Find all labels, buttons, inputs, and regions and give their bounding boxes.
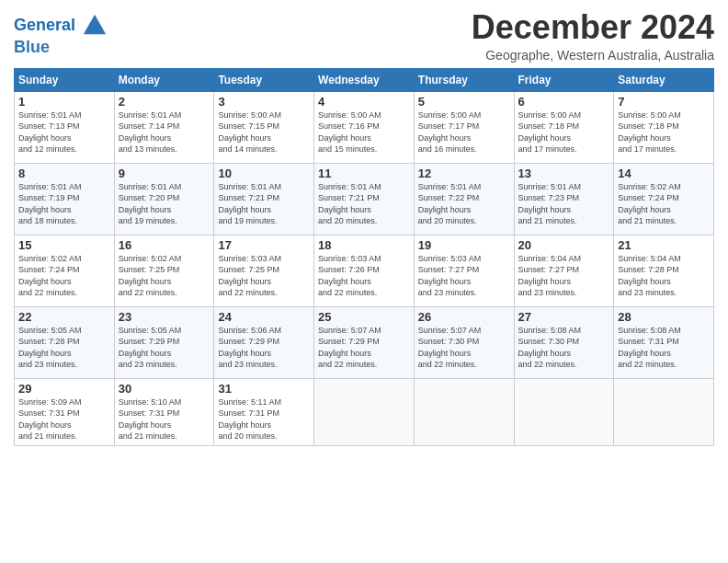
page-container: General Blue December 2024 Geographe, We…	[0, 0, 728, 451]
day-number: 8	[18, 167, 110, 180]
day-detail: Sunrise: 5:00 AM Sunset: 7:16 PM Dayligh…	[318, 109, 410, 155]
calendar-week-row: 29 Sunrise: 5:09 AM Sunset: 7:31 PM Dayl…	[15, 378, 714, 445]
header-friday: Friday	[514, 68, 614, 91]
header-thursday: Thursday	[414, 68, 514, 91]
day-number: 15	[18, 238, 110, 252]
day-detail: Sunrise: 5:00 AM Sunset: 7:15 PM Dayligh…	[218, 109, 310, 155]
day-number: 30	[119, 382, 210, 396]
logo: General Blue	[14, 13, 108, 57]
svg-marker-0	[84, 15, 106, 34]
day-detail: Sunrise: 5:11 AM Sunset: 7:31 PM Dayligh…	[218, 396, 310, 442]
calendar-cell: 24 Sunrise: 5:06 AM Sunset: 7:29 PM Dayl…	[214, 306, 314, 378]
header-monday: Monday	[114, 68, 214, 91]
day-detail: Sunrise: 5:01 AM Sunset: 7:13 PM Dayligh…	[18, 109, 110, 155]
day-detail: Sunrise: 5:00 AM Sunset: 7:18 PM Dayligh…	[518, 109, 610, 155]
day-number: 24	[218, 310, 310, 324]
calendar-week-row: 8 Sunrise: 5:01 AM Sunset: 7:19 PM Dayli…	[15, 163, 714, 235]
day-number: 28	[618, 310, 710, 324]
day-detail: Sunrise: 5:01 AM Sunset: 7:23 PM Dayligh…	[518, 181, 610, 227]
day-detail: Sunrise: 5:01 AM Sunset: 7:22 PM Dayligh…	[418, 181, 510, 227]
calendar-cell: 28 Sunrise: 5:08 AM Sunset: 7:31 PM Dayl…	[614, 306, 714, 378]
day-number: 25	[318, 310, 410, 324]
header-wednesday: Wednesday	[314, 68, 415, 91]
day-detail: Sunrise: 5:01 AM Sunset: 7:21 PM Dayligh…	[318, 181, 410, 227]
day-detail: Sunrise: 5:07 AM Sunset: 7:30 PM Dayligh…	[418, 325, 510, 371]
day-detail: Sunrise: 5:03 AM Sunset: 7:26 PM Dayligh…	[318, 253, 410, 299]
day-detail: Sunrise: 5:01 AM Sunset: 7:19 PM Dayligh…	[18, 181, 110, 227]
day-detail: Sunrise: 5:00 AM Sunset: 7:18 PM Dayligh…	[618, 109, 710, 155]
calendar-cell: 31 Sunrise: 5:11 AM Sunset: 7:31 PM Dayl…	[214, 378, 314, 445]
calendar-cell: 6 Sunrise: 5:00 AM Sunset: 7:18 PM Dayli…	[514, 91, 614, 163]
header-sunday: Sunday	[15, 68, 115, 91]
day-detail: Sunrise: 5:09 AM Sunset: 7:31 PM Dayligh…	[18, 396, 110, 442]
day-detail: Sunrise: 5:04 AM Sunset: 7:28 PM Dayligh…	[618, 253, 710, 299]
day-number: 18	[318, 238, 410, 252]
day-number: 4	[318, 95, 410, 109]
day-number: 26	[418, 310, 510, 324]
calendar-cell: 5 Sunrise: 5:00 AM Sunset: 7:17 PM Dayli…	[414, 91, 514, 163]
day-number: 20	[518, 238, 610, 252]
logo-second-line: Blue	[14, 39, 108, 57]
header: General Blue December 2024 Geographe, We…	[14, 9, 714, 63]
calendar-cell: 20 Sunrise: 5:04 AM Sunset: 7:27 PM Dayl…	[514, 235, 614, 306]
calendar-cell: 1 Sunrise: 5:01 AM Sunset: 7:13 PM Dayli…	[15, 91, 115, 163]
calendar-cell: 19 Sunrise: 5:03 AM Sunset: 7:27 PM Dayl…	[414, 235, 514, 306]
day-detail: Sunrise: 5:05 AM Sunset: 7:28 PM Dayligh…	[18, 325, 110, 371]
calendar-table: Sunday Monday Tuesday Wednesday Thursday…	[14, 68, 714, 446]
day-detail: Sunrise: 5:07 AM Sunset: 7:29 PM Dayligh…	[318, 325, 410, 371]
day-number: 12	[418, 167, 510, 180]
calendar-cell: 9 Sunrise: 5:01 AM Sunset: 7:20 PM Dayli…	[114, 163, 214, 235]
calendar-cell: 16 Sunrise: 5:02 AM Sunset: 7:25 PM Dayl…	[114, 235, 214, 306]
day-number: 22	[18, 310, 110, 324]
calendar-cell	[414, 378, 514, 445]
day-detail: Sunrise: 5:01 AM Sunset: 7:20 PM Dayligh…	[119, 181, 210, 227]
calendar-cell: 25 Sunrise: 5:07 AM Sunset: 7:29 PM Dayl…	[314, 306, 415, 378]
calendar-cell: 27 Sunrise: 5:08 AM Sunset: 7:30 PM Dayl…	[514, 306, 614, 378]
day-number: 21	[618, 238, 710, 252]
day-number: 27	[518, 310, 610, 324]
calendar-week-row: 22 Sunrise: 5:05 AM Sunset: 7:28 PM Dayl…	[15, 306, 714, 378]
day-number: 29	[18, 382, 110, 396]
day-detail: Sunrise: 5:01 AM Sunset: 7:21 PM Dayligh…	[218, 181, 310, 227]
calendar-cell	[314, 378, 415, 445]
day-detail: Sunrise: 5:05 AM Sunset: 7:29 PM Dayligh…	[119, 325, 210, 371]
day-detail: Sunrise: 5:06 AM Sunset: 7:29 PM Dayligh…	[218, 325, 310, 371]
day-detail: Sunrise: 5:08 AM Sunset: 7:30 PM Dayligh…	[518, 325, 610, 371]
logo-text: General	[14, 13, 108, 39]
header-tuesday: Tuesday	[214, 68, 314, 91]
calendar-cell: 21 Sunrise: 5:04 AM Sunset: 7:28 PM Dayl…	[614, 235, 714, 306]
subtitle: Geographe, Western Australia, Australia	[472, 48, 714, 63]
day-detail: Sunrise: 5:03 AM Sunset: 7:25 PM Dayligh…	[218, 253, 310, 299]
day-detail: Sunrise: 5:02 AM Sunset: 7:25 PM Dayligh…	[119, 253, 210, 299]
calendar-cell: 30 Sunrise: 5:10 AM Sunset: 7:31 PM Dayl…	[114, 378, 214, 445]
day-number: 16	[119, 238, 210, 252]
day-number: 7	[618, 95, 710, 109]
calendar-cell	[514, 378, 614, 445]
day-number: 14	[618, 167, 710, 180]
header-saturday: Saturday	[614, 68, 714, 91]
calendar-cell: 7 Sunrise: 5:00 AM Sunset: 7:18 PM Dayli…	[614, 91, 714, 163]
calendar-cell: 13 Sunrise: 5:01 AM Sunset: 7:23 PM Dayl…	[514, 163, 614, 235]
day-detail: Sunrise: 5:10 AM Sunset: 7:31 PM Dayligh…	[119, 396, 210, 442]
day-number: 19	[418, 238, 510, 252]
calendar-cell: 8 Sunrise: 5:01 AM Sunset: 7:19 PM Dayli…	[15, 163, 115, 235]
day-detail: Sunrise: 5:03 AM Sunset: 7:27 PM Dayligh…	[418, 253, 510, 299]
day-detail: Sunrise: 5:00 AM Sunset: 7:17 PM Dayligh…	[418, 109, 510, 155]
day-number: 23	[119, 310, 210, 324]
day-number: 13	[518, 167, 610, 180]
title-area: December 2024 Geographe, Western Austral…	[472, 9, 714, 63]
calendar-cell: 17 Sunrise: 5:03 AM Sunset: 7:25 PM Dayl…	[214, 235, 314, 306]
calendar-cell: 4 Sunrise: 5:00 AM Sunset: 7:16 PM Dayli…	[314, 91, 415, 163]
day-number: 9	[119, 167, 210, 180]
calendar-cell: 14 Sunrise: 5:02 AM Sunset: 7:24 PM Dayl…	[614, 163, 714, 235]
calendar-cell	[614, 378, 714, 445]
calendar-cell: 12 Sunrise: 5:01 AM Sunset: 7:22 PM Dayl…	[414, 163, 514, 235]
calendar-cell: 18 Sunrise: 5:03 AM Sunset: 7:26 PM Dayl…	[314, 235, 415, 306]
calendar-week-row: 1 Sunrise: 5:01 AM Sunset: 7:13 PM Dayli…	[15, 91, 714, 163]
day-number: 6	[518, 95, 610, 109]
calendar-cell: 23 Sunrise: 5:05 AM Sunset: 7:29 PM Dayl…	[114, 306, 214, 378]
calendar-cell: 29 Sunrise: 5:09 AM Sunset: 7:31 PM Dayl…	[15, 378, 115, 445]
day-detail: Sunrise: 5:02 AM Sunset: 7:24 PM Dayligh…	[618, 181, 710, 227]
calendar-cell: 3 Sunrise: 5:00 AM Sunset: 7:15 PM Dayli…	[214, 91, 314, 163]
calendar-cell: 11 Sunrise: 5:01 AM Sunset: 7:21 PM Dayl…	[314, 163, 415, 235]
